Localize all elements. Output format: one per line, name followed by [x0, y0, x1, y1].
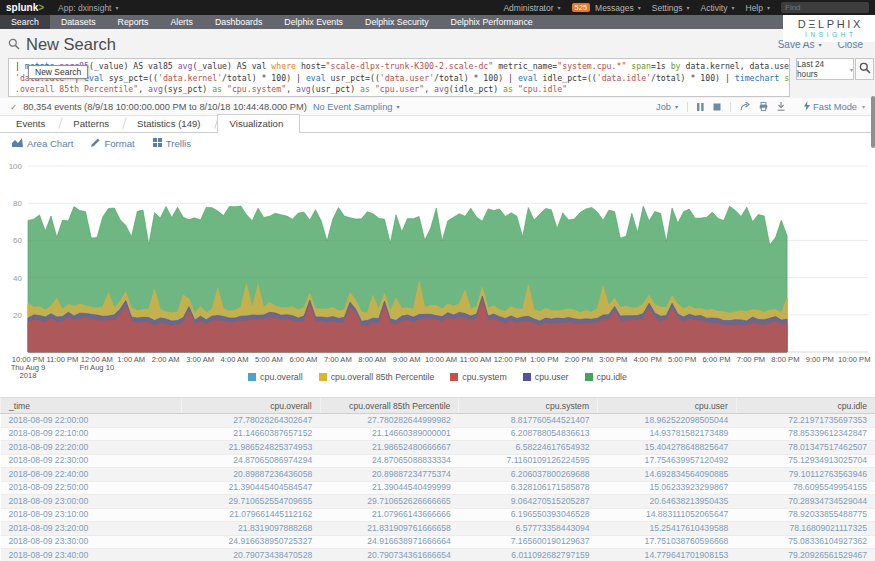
- cell-cpu-idle[interactable]: 78.6095549954155: [736, 481, 875, 495]
- cell-cpu-overall[interactable]: 20.89887236436058: [182, 468, 321, 482]
- cell-cpu-overall[interactable]: 24.87065086974294: [182, 454, 321, 468]
- cell-cpu-overall-85th-percentile[interactable]: 20.790734361666654: [320, 549, 459, 561]
- cell-cpu-user[interactable]: 18.962522098505044: [598, 414, 737, 428]
- column-header-cpu-overall-85th-percentile[interactable]: cpu.overall 85th Percentile: [320, 398, 459, 414]
- cell-cpu-overall-85th-percentile[interactable]: 21.831909761666658: [320, 522, 459, 536]
- cell-cpu-system[interactable]: 6.208788054836613: [459, 427, 598, 441]
- cell-cpu-overall[interactable]: 21.390445404584547: [182, 481, 321, 495]
- table-row[interactable]: 2018-08-09 23:40:0020.7907343847052820.7…: [1, 549, 875, 561]
- cell-time[interactable]: 2018-08-09 23:10:00: [1, 508, 182, 522]
- pause-job-icon[interactable]: [697, 103, 704, 111]
- cell-cpu-overall[interactable]: 21.079661445112162: [182, 508, 321, 522]
- menu-messages[interactable]: 525Messages▾: [572, 3, 641, 13]
- cell-cpu-overall-85th-percentile[interactable]: 21.14660389000001: [320, 427, 459, 441]
- cell-time[interactable]: 2018-08-09 23:30:00: [1, 535, 182, 549]
- legend-item-cpu-idle[interactable]: cpu.idle: [585, 372, 627, 382]
- cell-cpu-user[interactable]: 20.64638213950435: [598, 495, 737, 509]
- nav-item-dashboards[interactable]: Dashboards: [204, 15, 273, 29]
- cell-time[interactable]: 2018-08-09 22:10:00: [1, 427, 182, 441]
- cell-cpu-user[interactable]: 14.883111052065647: [598, 508, 737, 522]
- cell-cpu-idle[interactable]: 75.12934913025704: [736, 454, 875, 468]
- table-row[interactable]: 2018-08-09 23:30:0024.91663895072532724.…: [1, 535, 875, 549]
- menu-settings[interactable]: Settings▾: [652, 3, 690, 13]
- cell-cpu-system[interactable]: 7.165600190129637: [459, 535, 598, 549]
- app-menu[interactable]: App: dxinsight▾: [58, 3, 118, 13]
- tab-statistics-149[interactable]: Statistics (149): [125, 115, 216, 132]
- column-header-time[interactable]: _time: [1, 398, 182, 414]
- cell-cpu-overall-85th-percentile[interactable]: 20.89887234775374: [320, 468, 459, 482]
- cell-cpu-idle[interactable]: 79.20926561529467: [736, 549, 875, 561]
- job-menu[interactable]: Job▾: [656, 102, 678, 112]
- nav-item-datasets[interactable]: Datasets: [50, 15, 107, 29]
- nav-item-delphix-performance[interactable]: Delphix Performance: [440, 15, 544, 29]
- chart-type-picker[interactable]: Area Chart: [12, 138, 73, 149]
- cell-cpu-idle[interactable]: 72.21971735697353: [736, 414, 875, 428]
- tab-visualization[interactable]: Visualization: [217, 114, 301, 133]
- table-row[interactable]: 2018-08-09 23:00:0029.71065255470965529.…: [1, 495, 875, 509]
- table-row[interactable]: 2018-08-09 23:10:0021.07966144511216221.…: [1, 508, 875, 522]
- cell-cpu-user[interactable]: 14.779641701908153: [598, 549, 737, 561]
- cell-cpu-system[interactable]: 6.196550393046528: [459, 508, 598, 522]
- cell-cpu-overall-85th-percentile[interactable]: 21.98652480666667: [320, 441, 459, 455]
- legend-item-cpu-overall-85th-percentile[interactable]: cpu.overall 85th Percentile: [319, 372, 435, 382]
- column-header-cpu-system[interactable]: cpu.system: [459, 398, 598, 414]
- time-range-picker[interactable]: Last 24 hours▾: [796, 58, 854, 80]
- nav-item-search[interactable]: Search: [0, 15, 50, 29]
- export-download-icon[interactable]: [777, 102, 785, 111]
- cell-cpu-idle[interactable]: 75.08336104927362: [736, 535, 875, 549]
- cell-cpu-overall[interactable]: 20.79073438470528: [182, 549, 321, 561]
- cell-cpu-user[interactable]: 17.751038760596668: [598, 535, 737, 549]
- cell-cpu-user[interactable]: 14.692834564090885: [598, 468, 737, 482]
- cell-cpu-overall[interactable]: 21.8319097888268: [182, 522, 321, 536]
- stop-job-icon[interactable]: [713, 103, 721, 111]
- cell-cpu-overall[interactable]: 24.916638950725327: [182, 535, 321, 549]
- cell-cpu-idle[interactable]: 78.01347517462507: [736, 441, 875, 455]
- find-input[interactable]: [781, 2, 869, 13]
- scrollbar-thumb[interactable]: [871, 96, 875, 148]
- nav-item-delphix-events[interactable]: Delphix Events: [273, 15, 354, 29]
- menu-administrator[interactable]: Administrator▾: [503, 3, 560, 13]
- event-sampling-dropdown[interactable]: No Event Sampling▾: [313, 102, 400, 112]
- legend-item-cpu-system[interactable]: cpu.system: [450, 372, 507, 382]
- tab-patterns[interactable]: Patterns: [61, 115, 125, 132]
- cell-time[interactable]: 2018-08-09 22:20:00: [1, 441, 182, 455]
- table-row[interactable]: 2018-08-09 22:50:0021.39044540458454721.…: [1, 481, 875, 495]
- column-header-cpu-overall[interactable]: cpu.overall: [182, 398, 321, 414]
- trellis-button[interactable]: Trellis: [153, 138, 191, 149]
- cell-cpu-overall-85th-percentile[interactable]: 21.07966143666666: [320, 508, 459, 522]
- splunk-logo[interactable]: splunk>: [6, 2, 44, 13]
- cell-cpu-system[interactable]: 6.206037800269688: [459, 468, 598, 482]
- search-query-input[interactable]: | mstats perc85(_value) AS val85 avg(_va…: [8, 58, 790, 97]
- nav-item-delphix-security[interactable]: Delphix Security: [354, 15, 440, 29]
- run-search-button[interactable]: [855, 58, 874, 80]
- table-row[interactable]: 2018-08-09 22:40:0020.8988723643605820.8…: [1, 468, 875, 482]
- cell-cpu-system[interactable]: 6.58224617654932: [459, 441, 598, 455]
- cell-cpu-user[interactable]: 17.754639957120492: [598, 454, 737, 468]
- search-mode-selector[interactable]: Fast Mode ▾: [804, 101, 865, 113]
- cell-time[interactable]: 2018-08-09 22:40:00: [1, 468, 182, 482]
- cell-cpu-overall-85th-percentile[interactable]: 24.87065088833334: [320, 454, 459, 468]
- cell-cpu-idle[interactable]: 78.16809021117325: [736, 522, 875, 536]
- table-row[interactable]: 2018-08-09 22:30:0024.8706508697429424.8…: [1, 454, 875, 468]
- table-row[interactable]: 2018-08-09 22:20:0021.98652482537495321.…: [1, 441, 875, 455]
- cell-cpu-user[interactable]: 15.06233923299867: [598, 481, 737, 495]
- cell-cpu-overall-85th-percentile[interactable]: 21.39044540499999: [320, 481, 459, 495]
- cell-cpu-system[interactable]: 7.1160109126224595: [459, 454, 598, 468]
- cell-cpu-overall-85th-percentile[interactable]: 27.780282644999982: [320, 414, 459, 428]
- menu-help[interactable]: Help▾: [746, 3, 771, 13]
- cell-time[interactable]: 2018-08-09 23:20:00: [1, 522, 182, 536]
- table-row[interactable]: 2018-08-09 22:10:0021.1466038765715221.1…: [1, 427, 875, 441]
- table-row[interactable]: 2018-08-09 23:20:0021.831909788826821.83…: [1, 522, 875, 536]
- cell-time[interactable]: 2018-08-09 22:30:00: [1, 454, 182, 468]
- cell-cpu-system[interactable]: 9.064270515205287: [459, 495, 598, 509]
- nav-item-reports[interactable]: Reports: [107, 15, 160, 29]
- cell-cpu-overall-85th-percentile[interactable]: 24.916638971666664: [320, 535, 459, 549]
- print-icon[interactable]: [759, 102, 768, 111]
- column-header-cpu-idle[interactable]: cpu.idle: [736, 398, 875, 414]
- tab-events[interactable]: Events: [4, 115, 61, 132]
- cell-cpu-idle[interactable]: 78.85339612342847: [736, 427, 875, 441]
- cell-cpu-overall[interactable]: 29.710652554709655: [182, 495, 321, 509]
- legend-item-cpu-user[interactable]: cpu.user: [523, 372, 569, 382]
- format-button[interactable]: Format: [91, 138, 134, 149]
- cell-time[interactable]: 2018-08-09 22:50:00: [1, 481, 182, 495]
